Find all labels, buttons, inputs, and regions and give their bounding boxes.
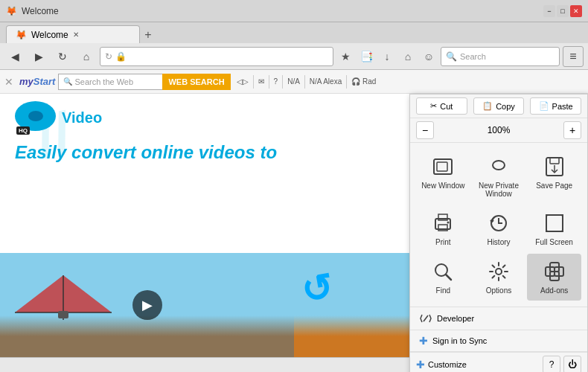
title-bar: 🦊 Welcome − □ ✕ <box>0 0 588 22</box>
window-controls: − □ ✕ <box>543 5 582 17</box>
print-icon <box>431 211 455 235</box>
nav-icons: ★ 📑 ↓ ⌂ ☺ <box>336 48 438 65</box>
star-icon[interactable]: ★ <box>336 48 354 65</box>
history-icon <box>487 211 511 235</box>
tb-alexa-icon[interactable]: N/A Alexa <box>310 77 342 86</box>
smiley-icon[interactable]: ☺ <box>420 48 438 65</box>
add-ons-icon <box>543 260 566 283</box>
menu-item-print[interactable]: Print <box>416 205 470 252</box>
toolbar-separator <box>253 75 254 89</box>
tb-mail-icon[interactable]: ✉ <box>258 77 264 86</box>
menu-item-new-window[interactable]: New Window <box>416 149 470 204</box>
toolbar-separator-4 <box>304 75 305 89</box>
tab-close-button[interactable]: ✕ <box>73 31 79 39</box>
menu-edit-row: ✂ Cut 📋 Copy 📄 Paste <box>410 94 587 118</box>
web-search-button[interactable]: WEB SEARCH <box>162 74 230 90</box>
search-bar[interactable]: 🔍 Search <box>441 47 560 66</box>
play-button[interactable]: ▶ <box>132 290 162 320</box>
menu-item-save-page[interactable]: Save Page <box>527 149 581 204</box>
forward-button[interactable]: ▶ <box>28 46 49 67</box>
new-private-icon <box>487 155 511 179</box>
copy-button[interactable]: 📋 Copy <box>473 97 525 115</box>
developer-icon <box>419 312 432 325</box>
sign-in-plus-icon: ✚ <box>419 335 428 347</box>
new-tab-button[interactable]: + <box>140 27 156 43</box>
browser-content: // HQ Video Easily convert online videos… <box>0 94 588 357</box>
cut-button[interactable]: ✂ Cut <box>416 97 467 115</box>
refresh-button[interactable]: ↻ <box>52 46 73 67</box>
toolbar-close-icon[interactable]: ✕ <box>4 76 13 88</box>
home-nav-icon[interactable]: ⌂ <box>399 48 417 65</box>
video-label: Video <box>62 109 102 126</box>
toolbar-search-input[interactable]: 🔍 Search the Web <box>58 74 162 90</box>
svg-rect-14 <box>550 158 559 164</box>
sign-in-label: Sign in to Sync <box>432 336 487 345</box>
copy-icon: 📋 <box>482 101 493 111</box>
download-icon[interactable]: ↓ <box>378 48 396 65</box>
video-left-panel: ▶ <box>0 253 294 357</box>
menu-item-history[interactable]: History <box>472 205 526 252</box>
toolbar-separator-2 <box>269 75 269 89</box>
hq-lens <box>28 111 43 121</box>
new-private-label: New PrivateWindow <box>479 182 519 198</box>
customize-link[interactable]: ✚ Customize <box>416 359 467 371</box>
menu-item-full-screen[interactable]: Full Screen <box>527 205 581 252</box>
print-label: Print <box>435 238 451 246</box>
svg-point-10 <box>493 161 505 170</box>
window-title: Welcome <box>22 6 59 16</box>
hq-badge: HQ <box>16 126 30 135</box>
new-window-icon <box>431 155 455 179</box>
tab-welcome[interactable]: 🦊 Welcome ✕ <box>6 25 140 43</box>
paste-button[interactable]: 📄 Paste <box>530 97 581 115</box>
maximize-button[interactable]: □ <box>557 5 569 17</box>
toolbar-search-placeholder: Search the Web <box>74 77 133 86</box>
menu-item-add-ons[interactable]: Add-ons <box>527 254 581 301</box>
svg-point-24 <box>496 269 502 275</box>
menu-grid: New Window New PrivateWindow Save Page <box>410 143 587 307</box>
close-button[interactable]: ✕ <box>570 5 582 17</box>
cut-label: Cut <box>440 102 453 111</box>
refresh-inline-icon: ↻ <box>105 51 112 62</box>
back-button[interactable]: ◀ <box>4 46 25 67</box>
menu-item-new-private[interactable]: New PrivateWindow <box>472 149 526 204</box>
menu-item-options[interactable]: Options <box>472 254 526 301</box>
tb-nav-icon[interactable]: ◁▷ <box>237 77 249 86</box>
zoom-value: 100% <box>438 125 559 135</box>
bookmark-icon[interactable]: 📑 <box>357 48 375 65</box>
address-bar[interactable]: ↻ 🔒 <box>100 47 333 66</box>
page-tagline: Easily convert online videos to <box>15 142 277 163</box>
tab-bar: 🦊 Welcome ✕ + <box>0 22 588 43</box>
svg-line-29 <box>424 315 428 321</box>
svg-rect-21 <box>546 215 563 231</box>
find-icon <box>431 260 455 283</box>
menu-bottom-icons: ? ⏻ <box>543 356 581 372</box>
tb-help-icon[interactable]: ? <box>274 77 278 86</box>
svg-line-23 <box>446 275 451 280</box>
favicon-icon: 🦊 <box>6 6 17 16</box>
copy-label: Copy <box>496 102 515 111</box>
menu-item-developer[interactable]: Developer <box>410 307 587 330</box>
svg-rect-3 <box>58 311 68 318</box>
customize-label: Customize <box>428 360 467 369</box>
home-button[interactable]: ⌂ <box>76 46 97 67</box>
customize-plus-icon: ✚ <box>416 359 425 371</box>
full-screen-label: Full Screen <box>535 238 573 246</box>
nav-bar: ◀ ▶ ↻ ⌂ ↻ 🔒 ★ 📑 ↓ ⌂ ☺ 🔍 Search ≡ <box>0 43 588 70</box>
zoom-out-button[interactable]: − <box>416 121 434 139</box>
help-icon[interactable]: ? <box>543 356 560 372</box>
zoom-in-button[interactable]: + <box>563 121 581 139</box>
tb-na-icon: N/A <box>287 77 300 86</box>
hamburger-menu-button[interactable]: ≡ <box>563 46 584 67</box>
new-window-label: New Window <box>421 182 464 190</box>
menu-item-find[interactable]: Find <box>416 254 470 301</box>
tb-audio-icon[interactable]: 🎧 Rad <box>351 77 376 86</box>
power-icon[interactable]: ⏻ <box>563 356 581 372</box>
toolbar-bar: ✕ myStart 🔍 Search the Web WEB SEARCH ◁▷… <box>0 70 588 94</box>
menu-sign-in[interactable]: ✚ Sign in to Sync <box>410 330 587 352</box>
minimize-button[interactable]: − <box>543 5 555 17</box>
svg-rect-9 <box>437 162 447 171</box>
blue-arrow-icon: ↺ <box>298 266 336 313</box>
hq-section: HQ Video <box>15 101 102 135</box>
firefox-menu: ✂ Cut 📋 Copy 📄 Paste − 100% + <box>409 94 588 372</box>
developer-label: Developer <box>437 314 474 323</box>
